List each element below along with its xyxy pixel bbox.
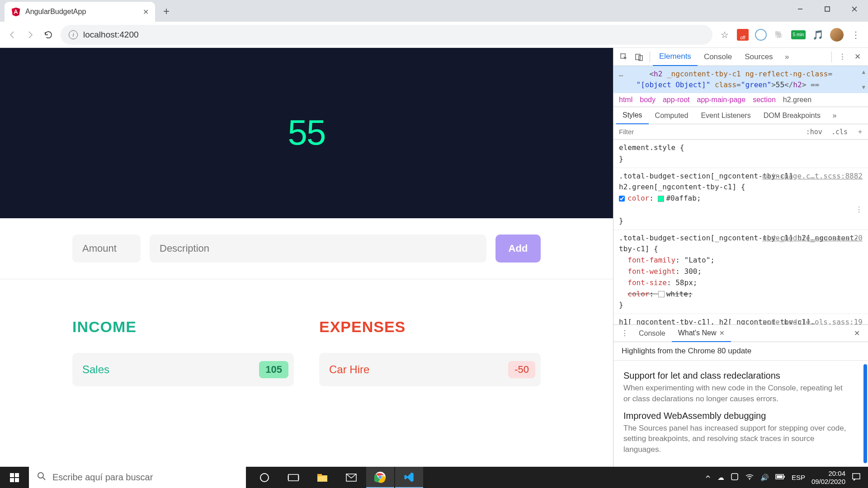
expenses-column: EXPENSES Car Hire -50 <box>319 318 541 386</box>
site-info-icon[interactable]: i <box>69 30 78 39</box>
amount-input[interactable] <box>72 235 141 263</box>
style-rule[interactable]: element.style {} <box>613 140 868 168</box>
crumb[interactable]: app-main-page <box>697 96 746 104</box>
subtabs-overflow-icon[interactable]: » <box>827 108 842 123</box>
style-rule[interactable]: node_module…ols.sass:19 h1[_ngcontent-tb… <box>613 314 868 324</box>
close-icon[interactable]: ✕ <box>719 329 725 337</box>
crumb[interactable]: section <box>753 96 776 104</box>
item-amount-badge: 105 <box>259 361 288 378</box>
tabs-overflow-icon[interactable]: » <box>779 49 795 65</box>
volume-icon[interactable]: 🔊 <box>760 474 769 482</box>
style-rule[interactable]: node_module…ero.sass:20 .total-budget-se… <box>613 230 868 314</box>
subtab-styles[interactable]: Styles <box>616 107 649 124</box>
new-tab-button[interactable]: + <box>158 3 175 20</box>
extension-elephant[interactable]: 🐘 <box>773 29 785 41</box>
file-explorer-icon[interactable] <box>308 467 336 488</box>
news-body: The Sources panel has increased support … <box>623 423 846 455</box>
scroll-down-icon[interactable]: ▼ <box>862 83 865 91</box>
drawer-tab-whatsnew[interactable]: What's New✕ <box>672 325 731 342</box>
drawer-close-icon[interactable]: ✕ <box>849 326 864 341</box>
svg-rect-3 <box>825 7 830 11</box>
new-rule-button[interactable]: ＋ <box>852 127 868 136</box>
list-item[interactable]: Sales 105 <box>72 353 294 386</box>
news-item[interactable]: Support for let and class redeclarations… <box>623 371 860 404</box>
crumb[interactable]: html <box>619 96 632 104</box>
rule-source-link[interactable]: main-page.c…t.scss:8882 <box>762 171 863 182</box>
battery-icon[interactable] <box>775 474 785 481</box>
elements-dom-line[interactable]: … <h2 _ngcontent-tby-c1 ng-reflect-ng-cl… <box>613 66 868 93</box>
rule-source-link[interactable]: node_module…ols.sass:19 <box>762 317 863 324</box>
cls-toggle[interactable]: .cls <box>827 128 852 136</box>
hov-toggle[interactable]: :hov <box>802 128 827 136</box>
scroll-up-icon[interactable]: ▲ <box>862 68 865 76</box>
devtools-menu-icon[interactable]: ⋮ <box>835 49 850 65</box>
drawer-tab-console[interactable]: Console <box>632 325 672 342</box>
browser-tab[interactable]: AngularBudgetApp ✕ <box>5 2 155 22</box>
extension-circle[interactable] <box>755 29 767 41</box>
crumb[interactable]: h2.green <box>783 96 811 104</box>
rule-menu-icon[interactable]: ⋮ <box>619 204 863 216</box>
list-item[interactable]: Car Hire -50 <box>319 353 541 386</box>
item-name: Car Hire <box>329 363 369 376</box>
menu-icon[interactable]: ⋮ <box>850 29 862 41</box>
viewport: 55 Add INCOME Sales 105 EXPENSES Car Hir… <box>0 48 868 467</box>
drawer-menu-icon[interactable]: ⋮ <box>617 326 632 341</box>
crumb[interactable]: body <box>640 96 656 104</box>
extension-adblock[interactable]: off <box>737 29 749 41</box>
forward-button[interactable] <box>24 29 36 41</box>
tray-overflow-icon[interactable] <box>705 474 711 481</box>
tab-sources[interactable]: Sources <box>738 48 779 66</box>
rule-source-link[interactable]: node_module…ero.sass:20 <box>762 233 863 244</box>
subtab-event-listeners[interactable]: Event Listeners <box>694 107 757 124</box>
notifications-icon[interactable] <box>852 473 861 482</box>
browser-toolbar: i localhost:4200 ☆ off 🐘 5 min 🎵 ⋮ <box>0 22 868 48</box>
address-bar[interactable]: i localhost:4200 <box>61 25 712 45</box>
inspect-icon[interactable] <box>616 49 632 65</box>
news-item[interactable]: Improved WebAssembly debugging The Sourc… <box>623 411 860 455</box>
property-toggle[interactable] <box>619 196 625 202</box>
svg-rect-29 <box>784 476 785 478</box>
profile-avatar[interactable] <box>830 28 844 42</box>
style-rule[interactable]: main-page.c…t.scss:8882 .total-budget-se… <box>613 168 868 230</box>
tab-strip: AngularBudgetApp ✕ + <box>0 0 868 22</box>
close-button[interactable] <box>841 0 868 18</box>
styles-pane[interactable]: element.style {} main-page.c…t.scss:8882… <box>613 140 868 324</box>
star-icon[interactable]: ☆ <box>719 29 731 41</box>
news-title: Support for let and class redeclarations <box>623 371 846 381</box>
elements-breadcrumb[interactable]: html body app-root app-main-page section… <box>613 93 868 107</box>
start-button[interactable] <box>0 467 29 488</box>
svg-point-13 <box>38 473 43 478</box>
maximize-button[interactable] <box>814 0 841 18</box>
taskbar-search[interactable]: Escribe aquí para buscar <box>29 467 246 488</box>
tab-elements[interactable]: Elements <box>653 48 698 66</box>
clock[interactable]: 20:0409/02/2020 <box>811 469 845 486</box>
language-indicator[interactable]: ESP <box>792 474 805 481</box>
total-budget-section: 55 <box>0 48 613 218</box>
tab-close-icon[interactable]: ✕ <box>143 8 149 16</box>
item-amount-badge: -50 <box>508 361 535 378</box>
cortana-icon[interactable] <box>250 467 278 488</box>
subtab-dom-breakpoints[interactable]: DOM Breakpoints <box>757 107 827 124</box>
taskview-icon[interactable] <box>279 467 307 488</box>
subtab-computed[interactable]: Computed <box>649 107 695 124</box>
description-input[interactable] <box>150 235 486 263</box>
vscode-icon[interactable] <box>395 467 423 488</box>
back-button[interactable] <box>6 29 18 41</box>
drawer-body[interactable]: Highlights from the Chrome 80 update Sup… <box>613 342 868 467</box>
angular-favicon <box>11 7 21 17</box>
defender-icon[interactable] <box>731 473 739 482</box>
media-icon[interactable]: 🎵 <box>812 29 824 41</box>
styles-filter-input[interactable] <box>613 124 802 139</box>
onedrive-icon[interactable]: ☁ <box>717 474 724 482</box>
reload-button[interactable] <box>42 29 54 41</box>
tab-console[interactable]: Console <box>698 48 738 66</box>
wifi-icon[interactable] <box>745 473 754 482</box>
chrome-icon[interactable] <box>366 467 394 488</box>
mail-icon[interactable] <box>337 467 365 488</box>
devtools-close-icon[interactable]: ✕ <box>850 49 865 65</box>
crumb[interactable]: app-root <box>663 96 690 104</box>
minimize-button[interactable] <box>787 0 814 18</box>
device-toggle-icon[interactable] <box>632 49 647 65</box>
extension-timer[interactable]: 5 min <box>791 30 806 39</box>
add-button[interactable]: Add <box>495 235 541 263</box>
